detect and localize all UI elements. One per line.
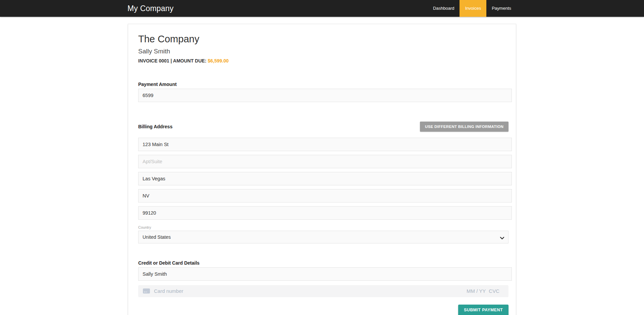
street-input[interactable] [138,138,512,151]
nav-item-invoices[interactable]: Invoices [460,0,486,17]
invoice-meta: INVOICE 0001 | AMOUNT DUE: $6,599.00 [138,58,512,63]
main-nav: Dashboard Invoices Payments [428,0,517,17]
card-number-field[interactable]: Card number MM / YY CVC [138,285,508,297]
invoice-meta-label: INVOICE 0001 | AMOUNT DUE: [138,58,206,63]
app-header: My Company Dashboard Invoices Payments [0,0,644,17]
card-cvc-placeholder: CVC [489,288,499,294]
use-different-billing-button[interactable]: USE DIFFERENT BILLING INFORMATION [420,122,508,132]
payment-card: The Company Sally Smith INVOICE 0001 | A… [128,24,516,315]
nav-item-payments[interactable]: Payments [486,0,517,17]
credit-card-icon [143,288,150,294]
customer-name: Sally Smith [138,48,512,55]
country-select[interactable]: United States [138,231,508,243]
country-select-wrap: United States [138,231,508,243]
payment-amount-input[interactable] [138,89,512,102]
header-inner: My Company Dashboard Invoices Payments [127,0,517,17]
apt-suite-input[interactable] [138,155,512,168]
country-label: Country [138,225,512,229]
payment-amount-label: Payment Amount [138,82,512,87]
city-input[interactable] [138,172,512,185]
submit-payment-button[interactable]: SUBMIT PAYMENT [458,305,508,315]
billing-address-label: Billing Address [138,124,172,129]
billing-address-fields [138,138,512,220]
zip-input[interactable] [138,206,512,220]
nav-item-dashboard[interactable]: Dashboard [428,0,460,17]
card-details-label: Credit or Debit Card Details [138,260,512,266]
card-expiry-cvc[interactable]: MM / YY CVC [467,288,504,294]
submit-row: SUBMIT PAYMENT [138,305,512,315]
card-expiry-placeholder: MM / YY [467,288,486,294]
cardholder-name-input[interactable] [138,267,512,281]
amount-due: $6,599.00 [208,58,228,63]
card-number-placeholder: Card number [154,288,183,294]
state-input[interactable] [138,189,512,203]
page-title: The Company [138,33,512,45]
page: My Company Dashboard Invoices Payments T… [0,0,644,315]
billing-header-row: Billing Address USE DIFFERENT BILLING IN… [138,122,512,132]
brand-title: My Company [127,4,173,13]
